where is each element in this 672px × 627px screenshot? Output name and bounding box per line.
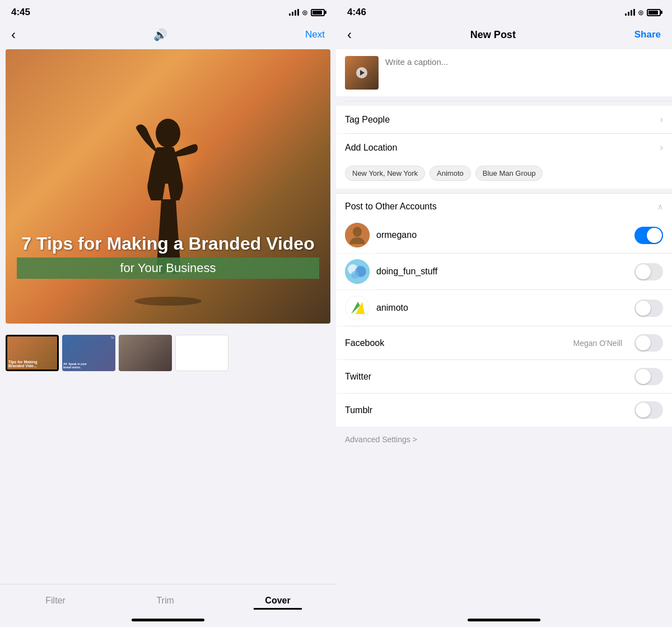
add-location-row[interactable]: Add Location › [336,134,672,161]
silhouette-figure [101,88,235,324]
thumbnail-blank[interactable] [175,335,228,371]
sound-icon[interactable]: 🔊 [153,28,167,41]
status-time-left: 4:45 [11,7,30,18]
add-location-label: Add Location [345,143,397,153]
signal-icon [289,9,299,16]
facebook-sublabel: Megan O'Neill [573,339,623,348]
tab-filter[interactable]: Filter [34,593,77,610]
account-row-doing-fun-stuff: doing_fun_stuff [336,254,672,289]
status-icons-left: ⊛ [289,8,325,17]
status-bar-right: 4:46 ⊛ [336,0,672,22]
caption-input[interactable] [385,56,663,68]
account-row-ormegano: ormegano [336,217,672,253]
new-post-title: New Post [470,29,516,41]
toggle-animoto[interactable] [634,300,663,317]
toggle-facebook[interactable] [634,334,663,352]
post-to-other-header[interactable]: Post to Other Accounts ∧ [336,193,672,217]
section-chevron-up-icon: ∧ [657,202,663,211]
caption-section [336,49,672,96]
wifi-icon-right: ⊛ [638,8,644,17]
video-background: 7 Tips for Making a Branded Video for Yo… [6,49,330,324]
status-bar-left: 4:45 ⊛ [0,0,336,22]
tab-trim[interactable]: Trim [145,593,185,610]
svg-point-8 [351,271,359,279]
divider-1 [345,101,672,101]
avatar-animoto [345,296,370,320]
svg-point-9 [346,296,370,320]
post-to-other-label: Post to Other Accounts [345,202,437,212]
location-tag-2[interactable]: Blue Man Group [475,166,543,181]
signal-icon-right [625,9,635,16]
avatar-doing-fun-stuff [345,259,370,284]
thumbnail-2[interactable]: Se All. Speak in yourbrand vision. [62,335,115,371]
social-row-facebook: Facebook Megan O'Neill [336,326,672,359]
thumbnails-row: Tips for MakingBranded Vide... Se All. S… [0,324,336,377]
svg-point-2 [134,297,202,306]
video-subtitle-box: for Your Business [17,258,319,279]
back-button-left[interactable]: ‹ [11,27,16,43]
svg-point-4 [353,227,362,237]
add-location-chevron: › [660,142,663,153]
account-name-doing-fun-stuff: doing_fun_stuff [376,266,628,277]
video-title: 7 Tips for Making a Branded Video [17,233,319,254]
nav-bar-right: ‹ New Post Share [336,22,672,49]
home-indicator-right [468,619,540,621]
advanced-settings-label[interactable]: Advanced Settings > [345,435,417,444]
tag-people-label: Tag People [345,115,390,125]
location-tag-1[interactable]: Animoto [430,166,471,181]
status-time-right: 4:46 [347,7,366,18]
main-video: 7 Tips for Making a Branded Video for Yo… [6,49,330,324]
caption-thumbnail [345,56,379,90]
toggle-doing-fun-stuff[interactable] [634,263,663,280]
wifi-icon: ⊛ [302,8,308,17]
back-button-right[interactable]: ‹ [347,27,352,43]
share-button[interactable]: Share [634,29,661,40]
tag-people-chevron: › [660,114,663,125]
next-button[interactable]: Next [305,29,325,40]
advanced-settings-row[interactable]: Advanced Settings > [336,427,672,452]
toggle-twitter[interactable] [634,368,663,385]
svg-point-1 [156,119,180,148]
video-text-overlay: 7 Tips for Making a Branded Video for Yo… [6,233,330,279]
location-tag-0[interactable]: New York, New York [345,166,425,181]
avatar-ormegano [345,223,370,247]
play-icon [356,67,367,78]
social-row-tumblr: Tumblr [336,394,672,427]
account-row-animoto: animoto [336,290,672,326]
toggle-tumblr[interactable] [634,401,663,419]
spacer [336,452,672,614]
toggle-ormegano[interactable] [634,227,663,244]
thumbnail-1[interactable]: Tips for MakingBranded Vide... [6,335,59,371]
facebook-label: Facebook [345,338,567,348]
location-tags: New York, New York Animoto Blue Man Grou… [336,161,672,189]
status-icons-right: ⊛ [625,8,661,17]
account-name-animoto: animoto [376,303,628,313]
tag-people-row[interactable]: Tag People › [336,106,672,133]
tumblr-label: Tumblr [345,405,628,415]
home-indicator-left [132,619,204,621]
caption-row [336,49,672,96]
left-screen: 4:45 ⊛ ‹ 🔊 Next [0,0,336,627]
account-name-ormegano: ormegano [376,230,628,240]
twitter-label: Twitter [345,372,628,382]
social-row-twitter: Twitter [336,360,672,393]
bottom-tabs: Filter Trim Cover [0,584,336,614]
tab-cover[interactable]: Cover [254,593,301,610]
video-subtitle: for Your Business [120,261,216,275]
nav-bar-left: ‹ 🔊 Next [0,22,336,49]
thumbnail-3[interactable] [119,335,172,371]
right-screen: 4:46 ⊛ ‹ New Post Share [336,0,672,627]
battery-icon [311,9,325,16]
battery-icon-right [647,9,661,16]
